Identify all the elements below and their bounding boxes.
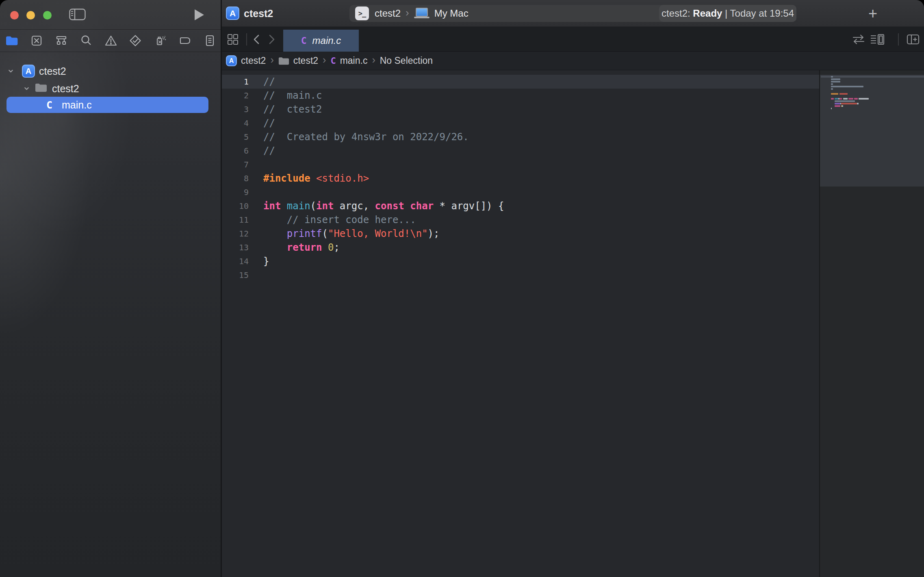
code-line-11[interactable]: 11 // insert code here...	[221, 213, 819, 227]
line-number[interactable]: 6	[221, 144, 249, 158]
code-line-14[interactable]: 14}	[221, 254, 819, 268]
tab-main-c[interactable]: C main.c	[283, 30, 359, 52]
debug-navigator-icon[interactable]	[153, 33, 167, 48]
navigator-sidebar: Actest2ctest2Cmain.c	[0, 0, 221, 577]
chevron-right-icon: ›	[270, 54, 273, 66]
code-text: int main(int argc, const char * argv[]) …	[263, 199, 504, 213]
code-line-15[interactable]: 15	[221, 268, 819, 282]
code-line-6[interactable]: 6//	[221, 144, 819, 158]
find-navigator-icon[interactable]	[79, 33, 93, 48]
code-text: return 0;	[263, 241, 340, 254]
run-button[interactable]	[194, 9, 204, 21]
test-navigator-icon[interactable]	[128, 33, 143, 48]
tree-item-label: main.c	[62, 99, 92, 111]
minimap-line-8	[839, 93, 848, 95]
report-navigator-icon[interactable]	[202, 33, 217, 48]
line-number[interactable]: 9	[221, 185, 249, 199]
code-line-9[interactable]: 9	[221, 185, 819, 199]
code-text: // ctest2	[263, 102, 322, 116]
jumpbar-item-ctest2[interactable]: ctest2	[278, 55, 318, 66]
code-line-3[interactable]: 3// ctest2	[221, 102, 819, 116]
code-line-13[interactable]: 13 return 0;	[221, 241, 819, 254]
editor-content: 1//2// main.c3// ctest24//5// Created by…	[221, 70, 924, 577]
line-number[interactable]: 5	[221, 130, 249, 144]
minimize-window-button[interactable]	[26, 11, 35, 20]
go-forward-icon[interactable]	[265, 27, 279, 52]
status-state: Ready	[693, 8, 722, 19]
issue-navigator-icon[interactable]	[104, 33, 118, 48]
tree-item-ctest2[interactable]: Actest2	[0, 63, 221, 79]
minimap-line-8	[831, 93, 838, 95]
line-number[interactable]: 4	[221, 116, 249, 130]
disclosure-chevron-icon[interactable]	[23, 83, 30, 95]
code-line-5[interactable]: 5// Created by 4nsw3r on 2022/9/26.	[221, 130, 819, 144]
code-text: }	[263, 254, 269, 268]
minimap-line-10	[839, 98, 842, 100]
toggle-sidebar-icon[interactable]	[69, 9, 86, 20]
minimap-line-3	[831, 81, 840, 82]
library-add-button[interactable]: +	[861, 0, 885, 27]
line-number[interactable]: 12	[221, 227, 249, 241]
minimap-line-10	[854, 98, 858, 100]
line-number[interactable]: 2	[221, 89, 249, 102]
tab-bar: C main.c	[221, 27, 924, 52]
jumpbar-item-main-c[interactable]: Cmain.c	[330, 55, 367, 66]
breakpoint-navigator-icon[interactable]	[178, 33, 192, 48]
jumpbar-item-no-selection[interactable]: No Selection	[380, 55, 433, 66]
tree-item-ctest2[interactable]: ctest2	[0, 81, 221, 96]
sidebar-resize-handle[interactable]	[221, 0, 222, 577]
tree-item-label: ctest2	[52, 83, 79, 95]
jumpbar-item-label: ctest2	[241, 55, 266, 66]
source-control-navigator-icon[interactable]	[29, 33, 44, 48]
minimap[interactable]	[820, 70, 924, 577]
activity-status[interactable]: ctest2: Ready | Today at 19:54	[659, 5, 796, 22]
window-title: ctest2	[244, 0, 273, 27]
minimap-line-5	[831, 86, 863, 87]
line-number[interactable]: 13	[221, 241, 249, 254]
jumpbar-item-label: main.c	[340, 55, 368, 66]
line-number[interactable]: 1	[221, 75, 249, 89]
scheme-target[interactable]: ctest2	[375, 8, 401, 19]
line-number[interactable]: 10	[221, 199, 249, 213]
status-project: ctest2:	[662, 8, 693, 19]
tree-item-main-c[interactable]: Cmain.c	[0, 97, 221, 113]
code-line-7[interactable]: 7	[221, 158, 819, 171]
symbol-navigator-icon[interactable]	[54, 33, 69, 48]
minimap-line-12	[841, 103, 857, 104]
project-icon: A	[22, 65, 35, 78]
c-file-icon: C	[330, 56, 336, 66]
minimap-line-11	[835, 100, 855, 102]
code-review-icon[interactable]	[850, 27, 867, 52]
code-text: //	[263, 116, 275, 130]
add-editor-icon[interactable]	[905, 27, 921, 52]
minimap-visible-region	[820, 75, 924, 187]
line-number[interactable]: 7	[221, 158, 249, 171]
jumpbar-item-ctest2[interactable]: Actest2	[226, 55, 266, 66]
related-items-grid-icon[interactable]	[225, 27, 241, 52]
line-number[interactable]: 8	[221, 171, 249, 185]
code-line-1[interactable]: 1//	[221, 75, 819, 89]
code-line-4[interactable]: 4//	[221, 116, 819, 130]
scheme-destination[interactable]: My Mac	[434, 8, 469, 19]
scheme-selector[interactable]: >_ ctest2 › My Mac ctest2: Ready | Today…	[349, 5, 796, 22]
code-line-12[interactable]: 12 printf("Hello, World!\n");	[221, 227, 819, 241]
code-line-8[interactable]: 8#include <stdio.h>	[221, 171, 819, 185]
minimap-line-12	[857, 103, 859, 104]
minimap-line-10	[859, 98, 869, 100]
editor-options-icon[interactable]	[868, 27, 888, 52]
line-number[interactable]: 11	[221, 213, 249, 227]
code-line-2[interactable]: 2// main.c	[221, 89, 819, 102]
go-back-icon[interactable]	[249, 27, 264, 52]
source-editor[interactable]: 1//2// main.c3// ctest24//5// Created by…	[221, 70, 819, 577]
app-project-icon: A	[22, 65, 35, 78]
disclosure-chevron-icon[interactable]	[7, 65, 14, 77]
line-number[interactable]: 15	[221, 268, 249, 282]
close-window-button[interactable]	[10, 11, 19, 20]
line-number[interactable]: 3	[221, 102, 249, 116]
zoom-window-button[interactable]	[43, 11, 52, 20]
code-line-10[interactable]: 10int main(int argc, const char * argv[]…	[221, 199, 819, 213]
line-number[interactable]: 14	[221, 254, 249, 268]
minimap-line-10	[848, 98, 853, 100]
project-navigator-icon[interactable]	[4, 33, 19, 48]
minimap-current-line	[821, 76, 924, 78]
